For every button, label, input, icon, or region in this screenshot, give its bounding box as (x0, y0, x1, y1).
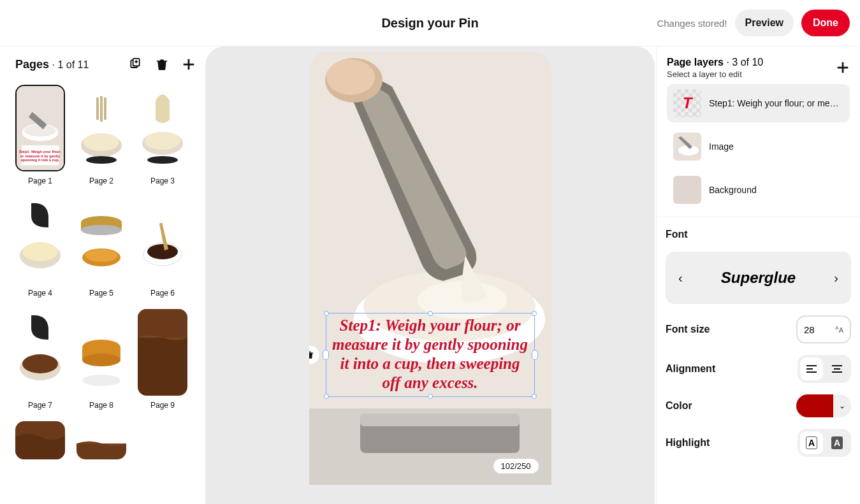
resize-handle-br[interactable] (532, 394, 537, 399)
resize-handle-ml[interactable] (323, 350, 329, 360)
svg-rect-38 (138, 309, 187, 338)
add-layer-button[interactable] (836, 61, 850, 75)
layers-section: Page layers · 3 of 10 Select a layer to … (657, 47, 860, 217)
pages-header: Pages · 1 of 11 (15, 57, 196, 72)
preview-button[interactable]: Preview (735, 10, 794, 36)
color-picker[interactable]: ⌄ (796, 394, 851, 417)
color-label: Color (666, 400, 692, 412)
svg-point-16 (147, 156, 178, 164)
content-row: Pages · 1 of 11 Step1: Weigh your flour;… (0, 47, 860, 504)
layers-title-wrap: Page layers · 3 of 10 (667, 57, 763, 68)
trash-icon[interactable] (154, 57, 170, 72)
highlight-label: Highlight (666, 437, 710, 449)
page-title: Design your Pin (381, 16, 478, 31)
svg-rect-41 (77, 443, 126, 459)
font-label: Font (666, 229, 851, 240)
page-thumb-7[interactable]: Page 7 (15, 309, 65, 410)
image-layer-icon (673, 133, 701, 161)
font-size-input[interactable]: 28 AA (796, 315, 851, 343)
pages-grid: Step1: Weigh your flour;or measure it by… (15, 85, 196, 459)
resize-handle-mr[interactable] (532, 350, 538, 360)
font-picker[interactable]: ‹ Superglue › (666, 252, 851, 304)
svg-text:Step1: Weigh your flour;: Step1: Weigh your flour; (19, 150, 61, 154)
highlight-group: A A (798, 429, 851, 457)
svg-point-35 (82, 354, 120, 366)
align-left-button[interactable] (800, 357, 823, 380)
page-thumb-3[interactable]: Page 3 (138, 85, 187, 185)
svg-point-23 (81, 225, 122, 235)
page-thumb-11[interactable] (77, 421, 126, 459)
text-layer-selection[interactable]: Step1: Weigh your flour; or measure it b… (326, 313, 535, 397)
svg-point-15 (145, 132, 180, 150)
done-button[interactable]: Done (801, 10, 850, 36)
layer-name-background: Background (709, 185, 757, 195)
resize-handle-tm[interactable] (428, 311, 433, 316)
svg-rect-20 (77, 197, 126, 284)
page-thumb-8[interactable]: Page 8 (77, 309, 126, 410)
pages-title-wrap: Pages · 1 of 11 (15, 58, 89, 71)
app-header: Design your Pin Changes stored! Preview … (0, 0, 860, 47)
color-dropdown-icon[interactable]: ⌄ (833, 394, 851, 417)
pages-sidebar: Pages · 1 of 11 Step1: Weigh your flour;… (0, 47, 204, 504)
save-status: Changes stored! (657, 18, 727, 29)
background-layer-icon (673, 176, 701, 204)
svg-rect-45 (360, 414, 520, 426)
page-thumb-5[interactable]: Page 5 (77, 197, 126, 298)
layer-item-image[interactable]: Image (667, 127, 850, 166)
svg-point-11 (84, 133, 119, 151)
resize-handle-bl[interactable] (324, 394, 329, 399)
page-thumb-2[interactable]: Page 2 (77, 85, 126, 185)
page-thumb-10[interactable] (15, 421, 65, 459)
duplicate-icon[interactable] (128, 57, 143, 72)
layer-name-image: Image (709, 141, 734, 152)
pages-title: Pages (15, 58, 49, 71)
svg-point-28 (147, 244, 178, 259)
layers-subtitle: Select a layer to edit (667, 69, 763, 79)
font-prev-icon[interactable]: ‹ (678, 271, 683, 285)
svg-text:spooning it into a cup,: spooning it into a cup, (21, 158, 60, 162)
svg-point-25 (85, 249, 118, 262)
layer-name-text: Step1: Weigh your flour; or measu... (709, 98, 843, 108)
color-swatch (796, 394, 833, 417)
char-counter: 102/250 (493, 459, 539, 473)
align-center-button[interactable] (826, 357, 849, 380)
layer-item-text[interactable]: T Step1: Weigh your flour; or measu... (667, 84, 850, 122)
svg-point-36 (82, 375, 120, 386)
font-size-label: Font size (666, 324, 710, 335)
svg-point-19 (22, 242, 58, 261)
font-name: Superglue (721, 269, 796, 287)
highlight-fill-button[interactable]: A (826, 431, 849, 454)
svg-text:or measure it by gently: or measure it by gently (20, 154, 61, 158)
layers-count: · 3 of 10 (726, 57, 763, 68)
page-thumb-4[interactable]: Page 4 (15, 197, 65, 298)
page-thumb-1[interactable]: Step1: Weigh your flour;or measure it by… (15, 85, 65, 185)
font-size-value: 28 (804, 324, 815, 335)
svg-point-12 (86, 156, 117, 164)
page-thumb-6[interactable]: Page 6 (138, 197, 187, 298)
svg-point-31 (22, 354, 58, 373)
highlight-none-button[interactable]: A (800, 431, 823, 454)
resize-handle-tl[interactable] (324, 311, 329, 316)
alignment-label: Alignment (666, 363, 715, 375)
page-thumb-9[interactable]: Page 9 (138, 309, 187, 410)
properties-sidebar: Page layers · 3 of 10 Select a layer to … (656, 47, 860, 504)
alignment-group (798, 355, 851, 383)
font-properties: Font ‹ Superglue › Font size 28 AA Align… (657, 217, 860, 468)
layers-title: Page layers (667, 57, 724, 68)
layer-item-background[interactable]: Background (667, 171, 850, 209)
resize-handle-bm[interactable] (428, 394, 433, 399)
svg-point-50 (326, 59, 375, 95)
canvas-area: Step1: Weigh your flour; or measure it b… (205, 47, 655, 504)
text-layer-icon: T (673, 89, 701, 117)
font-size-icon: AA (835, 325, 843, 334)
pages-count: · 1 of 11 (52, 59, 89, 70)
text-content[interactable]: Step1: Weigh your flour; or measure it b… (330, 316, 530, 392)
pages-tools (128, 57, 196, 72)
resize-handle-tr[interactable] (532, 311, 537, 316)
pin-canvas[interactable]: Step1: Weigh your flour; or measure it b… (309, 52, 551, 485)
header-actions: Changes stored! Preview Done (657, 10, 850, 36)
font-next-icon[interactable]: › (834, 271, 838, 285)
plus-icon[interactable] (181, 57, 196, 72)
